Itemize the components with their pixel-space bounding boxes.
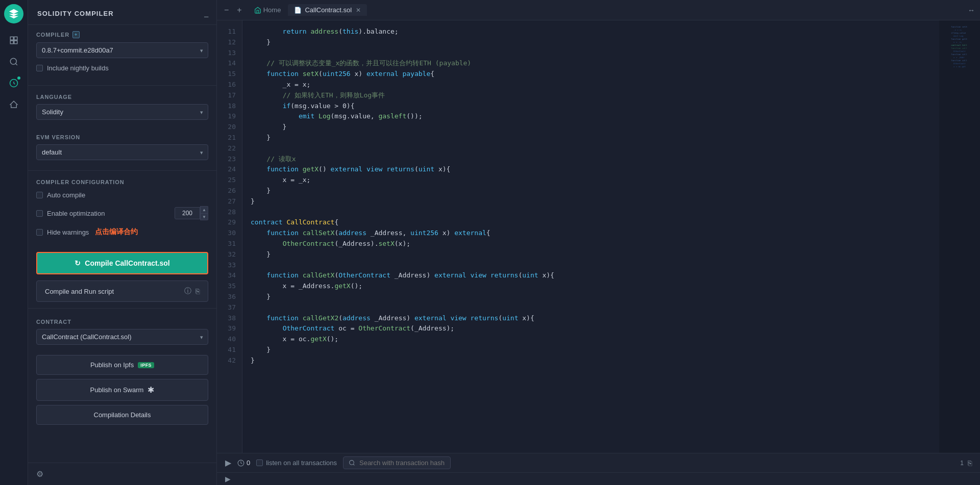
auto-compile-row: Auto compile (36, 189, 208, 201)
status-bar: ▶ 0 listen on all transactions 1 ⎘ (217, 453, 980, 472)
bottom-expand-bar: ▶ (217, 472, 980, 485)
status-count: 0 (247, 459, 250, 467)
publish-swarm-label: Publish on Swarm (90, 386, 144, 394)
compile-run-label: Compile and Run script (45, 288, 114, 295)
status-copy-icon[interactable]: ⎘ (968, 459, 972, 467)
nav-search-icon[interactable] (4, 52, 23, 71)
language-select[interactable]: Solidity (36, 104, 208, 120)
svg-point-7 (350, 461, 354, 465)
pin-icon[interactable]: ⎯ (204, 9, 208, 17)
svg-rect-0 (10, 37, 13, 40)
tab-file-icon: 📄 (294, 7, 302, 14)
compile-run-icons: ⓘ ⎘ (184, 287, 200, 296)
icon-rail (0, 0, 28, 485)
code-content[interactable]: return address(this).balance; } // 可以调整状… (242, 20, 939, 453)
sidebar-panel: SOLIDITY COMPILER ⎯ COMPILER + 0.8.7+com… (28, 0, 217, 485)
tab-close-button[interactable]: ✕ (356, 7, 361, 14)
enable-optimization-row: Enable optimization ▲ ▼ (36, 206, 208, 220)
expand-icon[interactable]: ↔ (968, 6, 975, 14)
hide-warnings-checkbox[interactable] (36, 229, 43, 236)
status-line-number: 1 (960, 460, 964, 467)
contract-section: CONTRACT CallContract (CallContract.sol)… (28, 313, 216, 353)
listen-transactions-row: listen on all transactions (256, 459, 337, 467)
zoom-in-button[interactable]: + (235, 5, 243, 16)
include-nightly-row: Include nightly builds (36, 62, 208, 74)
include-nightly-checkbox[interactable] (36, 65, 43, 71)
svg-point-4 (10, 58, 16, 64)
divider-1 (28, 85, 216, 86)
compilation-details-button[interactable]: Compilation Details (36, 405, 208, 425)
search-input[interactable] (359, 459, 445, 467)
svg-rect-1 (14, 37, 17, 40)
sidebar-title: SOLIDITY COMPILER (37, 10, 114, 17)
sidebar-header: SOLIDITY COMPILER ⎯ (28, 0, 216, 25)
hide-warnings-row: Hide warnings 点击编译合约 (36, 225, 208, 239)
contract-label: CONTRACT (36, 319, 208, 325)
compiler-config-section: COMPILER CONFIGURATION Auto compile Enab… (28, 173, 216, 248)
compiler-version-select[interactable]: 0.8.7+commit.e28d00a7 (36, 42, 208, 58)
publish-swarm-button[interactable]: Publish on Swarm ✱ (36, 379, 208, 401)
status-bottom-right: 1 ⎘ (960, 459, 972, 467)
home-tab-icon (254, 7, 261, 14)
contract-select[interactable]: CallContract (CallContract.sol) (36, 329, 208, 345)
swarm-icon: ✱ (148, 385, 154, 395)
enable-optimization-label: Enable optimization (47, 210, 105, 217)
auto-compile-label: Auto compile (47, 191, 85, 199)
svg-rect-3 (14, 41, 17, 44)
status-clock-button[interactable]: 0 (237, 459, 250, 467)
compiler-config-label: COMPILER CONFIGURATION (36, 179, 208, 185)
tab-home[interactable]: Home (248, 4, 287, 16)
zoom-out-button[interactable]: − (222, 5, 231, 16)
language-wrapper: Solidity ▾ (36, 104, 208, 120)
publish-ipfs-label: Publish on Ipfs (90, 361, 134, 369)
compiler-section: COMPILER + 0.8.7+commit.e28d00a7 ▾ Inclu… (28, 25, 216, 83)
listen-label: listen on all transactions (266, 459, 337, 467)
tab-callcontract-label: CallContract.sol (305, 6, 352, 14)
contract-wrapper: CallContract (CallContract.sol) ▾ (36, 329, 208, 345)
compiler-badge (16, 75, 21, 81)
compiler-help-icon[interactable]: + (72, 31, 80, 38)
compile-run-info-icon[interactable]: ⓘ (184, 287, 191, 296)
evm-label: EVM VERSION (36, 134, 208, 140)
compile-run-button[interactable]: Compile and Run script ⓘ ⎘ (36, 280, 208, 302)
nav-deploy-icon[interactable] (4, 95, 23, 114)
auto-compile-checkbox[interactable] (36, 192, 43, 198)
status-expand-icon[interactable]: ▶ (225, 458, 231, 468)
optimization-spin-up[interactable]: ▲ (200, 206, 208, 213)
ipfs-badge: IPFS (138, 362, 154, 368)
status-left: ▶ 0 listen on all transactions (225, 456, 451, 469)
main-editor-area: − + Home 📄 CallContract.sol ✕ ↔ 11 12 13… (217, 0, 980, 485)
compile-button-label: Compile CallContract.sol (85, 259, 169, 267)
search-bar-icon (349, 460, 355, 466)
publish-ipfs-button[interactable]: Publish on Ipfs IPFS (36, 355, 208, 375)
svg-rect-2 (10, 41, 13, 44)
nav-compiler-icon[interactable] (4, 73, 23, 93)
code-minimap: function setX _x = x; if(msg.value emit … (939, 20, 980, 453)
chinese-annotation: 点击编译合约 (95, 227, 138, 237)
compile-button[interactable]: ↻ Compile CallContract.sol (36, 252, 208, 274)
compiler-label: COMPILER + (36, 31, 208, 38)
language-label: LANGUAGE (36, 94, 208, 100)
editor-toolbar: − + Home 📄 CallContract.sol ✕ ↔ (217, 0, 980, 20)
bottom-expand-icon[interactable]: ▶ (225, 475, 231, 483)
language-section: LANGUAGE Solidity ▾ (28, 88, 216, 128)
code-editor: 11 12 13 14 15 16 17 18 19 20 21 22 23 2… (217, 20, 980, 453)
evm-section: EVM VERSION default ▾ (28, 128, 216, 168)
clock-icon (237, 460, 244, 467)
settings-icon[interactable]: ⚙ (36, 469, 43, 479)
toolbar-right: ↔ (968, 6, 975, 14)
sidebar-bottom: ⚙ (28, 463, 216, 485)
minimap-content: function setX _x = x; if(msg.value emit … (939, 20, 980, 73)
evm-select[interactable]: default (36, 144, 208, 160)
tab-callcontract[interactable]: 📄 CallContract.sol ✕ (288, 4, 367, 16)
compile-run-copy-icon[interactable]: ⎘ (195, 287, 200, 295)
divider-3 (28, 308, 216, 309)
search-bar (343, 456, 451, 469)
listen-checkbox-input[interactable] (256, 460, 263, 466)
optimization-value-input[interactable] (175, 207, 200, 219)
enable-optimization-checkbox[interactable] (36, 210, 43, 217)
nav-files-icon[interactable] (4, 31, 23, 50)
tab-home-label: Home (263, 6, 281, 14)
app-logo (4, 4, 23, 23)
optimization-spin-down[interactable]: ▼ (200, 213, 208, 220)
